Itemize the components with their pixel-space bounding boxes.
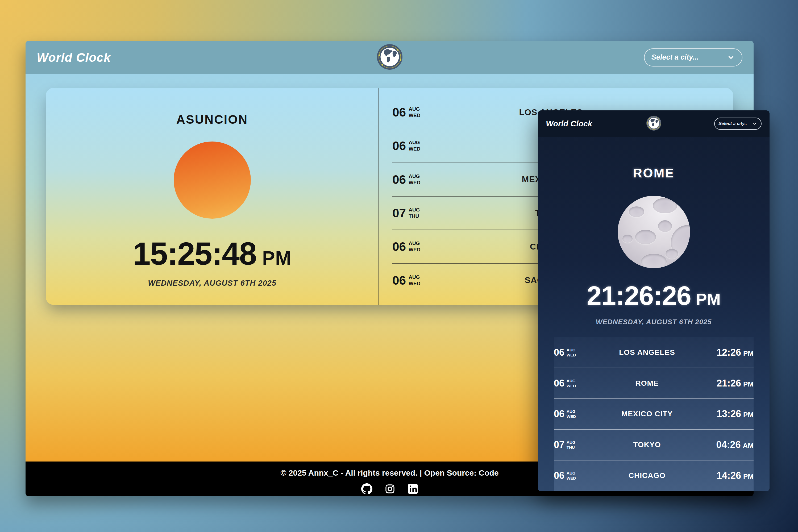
open-source-code-link[interactable]: Code xyxy=(479,469,499,477)
city-list-row: 06 AUGWED MEXICO CITY 13:26PM xyxy=(554,399,754,430)
overlay-app-title: World Clock xyxy=(546,119,592,128)
row-time: 21:26PM xyxy=(700,378,754,389)
day-number: 06 xyxy=(392,172,406,187)
day-number: 06 xyxy=(554,347,565,358)
date-badge: 06 AUGWED xyxy=(392,273,443,288)
overlay-date: WEDNESDAY, AUGUST 6TH 2025 xyxy=(596,318,711,326)
weekday-label: WED xyxy=(567,353,576,358)
chevron-down-icon xyxy=(727,54,735,61)
overlay-content: ROME 21:26:26 PM WEDNESDAY, AUGUST 6TH 2… xyxy=(538,137,770,491)
row-city-name: ROME xyxy=(594,379,700,387)
month-label: AUG xyxy=(408,207,420,213)
featured-date: WEDNESDAY, AUGUST 6TH 2025 xyxy=(148,279,277,288)
overlay-city-select[interactable]: Select a city.. xyxy=(714,118,762,130)
featured-clock: ASUNCION 15:25:48 PM WEDNESDAY, AUGUST 6… xyxy=(46,88,379,305)
date-badge: 06 AUGWED xyxy=(554,347,594,358)
month-label: AUG xyxy=(408,173,420,179)
day-number: 06 xyxy=(554,378,565,389)
month-label: AUG xyxy=(408,240,420,247)
day-number: 06 xyxy=(554,408,565,419)
copyright-text: © 2025 Annx_C - All rights reserved. | O… xyxy=(280,469,498,477)
overlay-city-select-label: Select a city.. xyxy=(719,121,747,126)
city-select-label: Select a city... xyxy=(651,53,699,61)
month-label: AUG xyxy=(567,471,576,476)
featured-time: 15:25:48 PM xyxy=(133,235,291,272)
featured-city-name: ASUNCION xyxy=(176,112,248,127)
world-clock-overlay-window: World Clock Select a city.. ROME xyxy=(538,110,770,491)
month-label: AUG xyxy=(567,409,576,414)
overlay-city-name: ROME xyxy=(633,166,674,180)
weekday-label: WED xyxy=(408,112,420,119)
weekday-label: WED xyxy=(567,383,576,388)
weekday-label: WED xyxy=(567,414,576,419)
row-time: 14:26PM xyxy=(700,470,754,481)
linkedin-icon[interactable] xyxy=(407,483,418,494)
sun-icon xyxy=(174,141,251,218)
month-label: AUG xyxy=(567,440,575,445)
city-list-row: 07 AUGTHU TOKYO 04:26AM xyxy=(554,430,754,460)
row-city-name: LOS ANGELES xyxy=(594,348,700,357)
day-number: 07 xyxy=(392,206,406,220)
date-badge: 07 AUGTHU xyxy=(554,439,594,450)
date-badge: 06 AUGWED xyxy=(392,138,443,153)
overlay-header: World Clock Select a city.. xyxy=(538,110,770,137)
overlay-globe-logo-icon xyxy=(646,116,661,132)
city-list-row: 06 AUGWED LOS ANGELES 12:26PM xyxy=(554,337,754,368)
day-number: 06 xyxy=(554,470,565,481)
month-label: AUG xyxy=(408,274,420,280)
weekday-label: WED xyxy=(567,476,576,481)
city-select[interactable]: Select a city... xyxy=(644,49,742,66)
row-time: 04:26AM xyxy=(700,439,754,450)
date-badge: 06 AUGWED xyxy=(554,470,594,481)
time-digits: 21:26:26 xyxy=(587,280,691,311)
moon-icon xyxy=(618,196,690,268)
instagram-icon[interactable] xyxy=(385,483,395,494)
row-city-name: CHICAGO xyxy=(594,471,700,480)
city-list-row: 06 AUGWED CHICAGO 14:26PM xyxy=(554,460,754,491)
city-list-row: 06 AUGWED ROME 21:26PM xyxy=(554,368,754,399)
day-number: 06 xyxy=(392,240,406,254)
overlay-time: 21:26:26 PM xyxy=(587,280,721,311)
weekday-label: THU xyxy=(567,445,575,450)
day-number: 06 xyxy=(392,105,406,119)
month-label: AUG xyxy=(567,378,576,383)
day-number: 07 xyxy=(554,439,565,450)
copyright-label: © 2025 Annx_C - All rights reserved. | O… xyxy=(280,469,476,477)
date-badge: 06 AUGWED xyxy=(554,408,594,419)
month-label: AUG xyxy=(408,106,420,112)
weekday-label: WED xyxy=(408,146,420,152)
weekday-label: WED xyxy=(408,280,420,287)
row-time: 12:26PM xyxy=(700,347,754,358)
month-label: AUG xyxy=(408,139,420,146)
weekday-label: WED xyxy=(408,179,420,186)
row-city-name: TOKYO xyxy=(594,440,700,449)
globe-logo-icon xyxy=(377,44,402,71)
day-number: 06 xyxy=(392,273,406,288)
row-time: 13:26PM xyxy=(700,408,754,419)
social-links xyxy=(361,483,418,494)
github-icon[interactable] xyxy=(361,483,373,494)
date-badge: 06 AUGWED xyxy=(554,378,594,389)
day-number: 06 xyxy=(392,138,406,153)
month-label: AUG xyxy=(567,347,576,353)
date-badge: 06 AUGWED xyxy=(392,172,443,187)
row-city-name: MEXICO CITY xyxy=(594,410,700,418)
time-meridiem: PM xyxy=(696,290,721,308)
chevron-down-icon xyxy=(752,121,757,126)
time-meridiem: PM xyxy=(262,247,291,269)
weekday-label: WED xyxy=(408,247,420,253)
time-digits: 15:25:48 xyxy=(133,235,256,272)
date-badge: 07 AUGTHU xyxy=(392,206,443,220)
weekday-label: THU xyxy=(408,213,420,220)
app-title: World Clock xyxy=(37,50,111,65)
date-badge: 06 AUGWED xyxy=(392,240,443,254)
date-badge: 06 AUGWED xyxy=(392,105,443,119)
main-header: World Clock Select a city... xyxy=(25,41,754,74)
overlay-city-list: 06 AUGWED LOS ANGELES 12:26PM 06 AUGWED … xyxy=(554,337,754,491)
